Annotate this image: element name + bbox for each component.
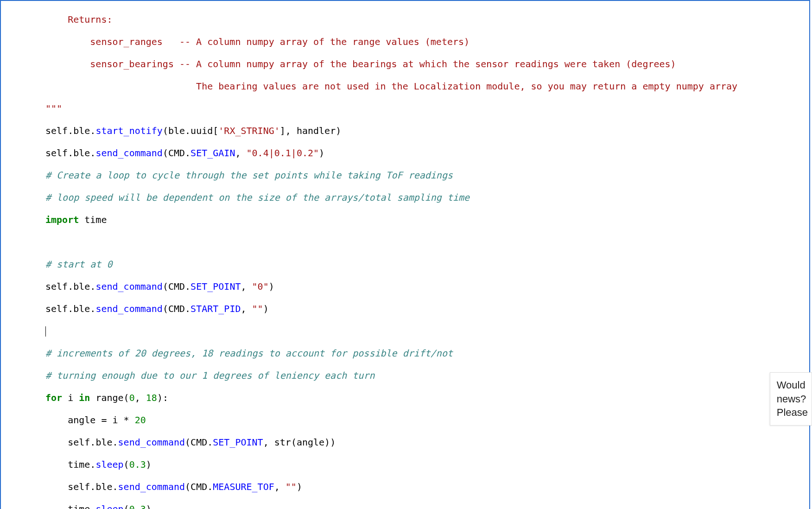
code-token: SET_POINT [213, 437, 263, 448]
code-token: send_command [95, 281, 163, 292]
comment: # Create a loop to cycle through the set… [45, 170, 453, 181]
code-token: 'RX_STRING' [218, 125, 279, 136]
code-token: self [68, 437, 90, 448]
docstring-line: sensor_ranges -- A column numpy array of… [45, 36, 469, 47]
code-token: ble [73, 303, 90, 314]
code-token [129, 414, 135, 426]
code-token: self [68, 481, 90, 492]
code-cell[interactable]: Returns: sensor_ranges -- A column numpy… [0, 0, 810, 509]
code-token: START_PID [190, 303, 241, 314]
code-token [45, 459, 68, 470]
code-token [45, 481, 68, 492]
code-token: ble [95, 437, 112, 448]
number: 18 [146, 392, 157, 403]
popup-line: Please [777, 406, 808, 420]
code-token: start_notify [95, 125, 163, 136]
popup-line: Would [777, 378, 808, 392]
code-token: angle [45, 414, 101, 426]
docstring-end: """ [45, 103, 62, 114]
code-token: * [124, 414, 129, 426]
code-token: i [107, 414, 123, 426]
code-token: ble [73, 147, 90, 159]
code-token: uuid [190, 125, 213, 136]
code-token: (angle)) [291, 437, 336, 448]
code-token: i [62, 392, 79, 403]
code-token: str [274, 437, 291, 448]
code-token: ble [73, 281, 90, 292]
keyword: for [45, 392, 62, 403]
comment: # loop speed will be dependent on the si… [45, 192, 469, 203]
code-token: "" [285, 481, 297, 492]
notification-popup[interactable]: Would news? Please [770, 372, 812, 426]
code-token: "" [252, 303, 263, 314]
code-text[interactable]: Returns: sensor_ranges -- A column numpy… [1, 1, 809, 509]
code-token: ble [168, 125, 185, 136]
code-token: sleep [95, 459, 123, 470]
code-token: send_command [95, 147, 163, 159]
code-token: send_command [95, 303, 163, 314]
code-token: send_command [118, 437, 185, 448]
code-token: , [135, 392, 146, 403]
code-token: ble [95, 481, 112, 492]
number: 0.3 [129, 459, 146, 470]
code-token: self [45, 303, 68, 314]
code-token [45, 437, 68, 448]
code-token: range( [90, 392, 129, 403]
docstring-line: sensor_bearings -- A column numpy array … [45, 58, 676, 70]
number: 0 [129, 392, 135, 403]
code-token: self [45, 147, 68, 159]
code-token: SET_GAIN [190, 147, 235, 159]
code-token: ble [73, 125, 90, 136]
code-token: ): [157, 392, 168, 403]
code-token: "0.4|0.1|0.2" [247, 147, 319, 159]
code-token: self [45, 125, 68, 136]
comment: # turning enough due to our 1 degrees of… [45, 370, 374, 381]
code-token: = [101, 414, 107, 426]
code-token: self [45, 281, 68, 292]
comment: # increments of 20 degrees, 18 readings … [45, 348, 453, 359]
code-token: "0" [252, 281, 269, 292]
popup-line: news? [777, 392, 808, 406]
code-token: MEASURE_TOF [213, 481, 274, 492]
code-token: , handler) [285, 125, 341, 136]
keyword: import [45, 214, 79, 225]
text-cursor [45, 326, 46, 337]
code-token: send_command [118, 481, 185, 492]
code-token: sleep [95, 503, 123, 509]
docstring-line: The bearing values are not used in the L… [45, 81, 737, 92]
code-token: time [79, 214, 107, 225]
code-token [45, 503, 68, 509]
comment: # start at 0 [45, 259, 113, 270]
code-token: SET_POINT [190, 281, 241, 292]
number: 20 [135, 414, 146, 426]
docstring-line: Returns: [45, 14, 113, 25]
number: 0.3 [129, 503, 146, 509]
keyword: in [79, 392, 90, 403]
